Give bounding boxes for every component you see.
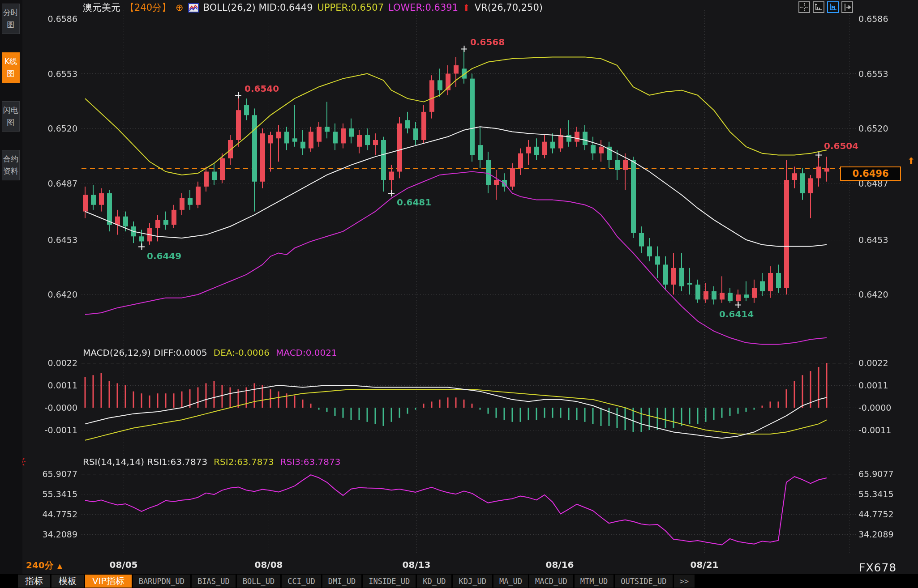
axis-tick-label: 0.0022 [858,358,917,368]
indicator-tab-5[interactable]: BOLL_UD [237,575,281,588]
kline-chart-icon[interactable] [188,3,199,13]
macd-main-label: MACD(26,12,9) DIFF:0.0005 [83,347,207,358]
price-annotation: 0.6540 [245,83,279,94]
axis-tick-label: 0.6453 [858,235,917,245]
macd-header: MACD(26,12,9) DIFF:0.0005 DEA:-0.0006 MA… [83,347,337,358]
chart-header: 澳元美元 【240分】 ⊕ BOLL(26,2) MID:0.6449 UPPE… [83,2,543,13]
axis-tick-label: 0.6553 [19,69,77,79]
price-up-arrow-icon: ⬆ [907,156,915,166]
indicator-tab-11[interactable]: MA_UD [493,575,528,588]
symbol-name: 澳元美元 [83,1,120,14]
indicator-tab-3[interactable]: BARUPDN_UD [133,575,190,588]
axis-tick-label: 65.9077 [19,469,77,479]
axis-tick-label: 65.9077 [858,469,917,479]
indicator-tab-1[interactable]: 模板 [51,575,84,588]
price-annotation: 0.6568 [470,37,505,47]
rsi-header: RSI(14,14,14) RSI1:63.7873 RSI2:63.7873 … [83,456,341,467]
chart-type-sidebar: 分时图K线图闪电图合约资料 [0,0,22,588]
chart-tool-buttons [798,1,853,13]
rsi2-label: RSI2:63.7873 [214,456,274,467]
axis-tick-label: 55.3415 [19,489,77,499]
boll-lower-label: LOWER:0.6391 [388,2,458,13]
axis-tick-label: -0.0000 [19,403,77,413]
indicator-tab-14[interactable]: OUTSIDE_UD [615,575,672,588]
indicator-tab-7[interactable]: DMI_UD [322,575,361,588]
axis-tick-label: 44.7752 [19,509,77,519]
period-text: 240分 [26,560,54,571]
date-tick-label: 08/16 [546,559,574,570]
axis-tick-label: 34.2089 [858,529,917,539]
period-badge[interactable]: 【240分】 [125,1,171,14]
axis-tick-label: 0.6520 [858,124,917,133]
axis-tick-label: -0.0000 [858,403,917,413]
sidebar-item-2[interactable]: 闪电图 [2,101,20,132]
date-tick-label: 08/13 [403,559,431,570]
period-selector[interactable]: 240分▲ [26,559,62,571]
rsi3-label: RSI3:63.7873 [280,456,341,467]
axis-tick-label: 0.6520 [19,124,77,133]
chart-application: 分时图K线图闪电图合约资料 澳元美元 【240分】 ⊕ BOLL(26,2) M… [0,0,918,588]
axis-shift-tool-icon[interactable] [841,1,853,13]
indicator-tab-4[interactable]: BIAS_UD [192,575,236,588]
boll-settings-label: BOLL(26,2) MID:0.6449 [203,2,313,13]
axis-tick-label: -0.0011 [19,425,77,435]
indicator-tab-0[interactable]: 指标 [18,575,50,588]
axis-tick-label: 0.6453 [19,235,77,245]
indicator-tabs: 指标模板VIP指标BARUPDN_UDBIAS_UDBOLL_UDCCI_UDD… [18,575,695,588]
price-chart-canvas[interactable] [0,0,918,588]
axis-tick-label: 0.6586 [19,14,77,24]
axis-tick-label: 0.6553 [858,69,917,79]
indicator-tab-12[interactable]: MACD_UD [529,575,573,588]
price-annotation: 0.6414 [719,309,754,320]
indicator-tab-10[interactable]: KDJ_UD [453,575,492,588]
indicator-tab-8[interactable]: INSIDE_UD [363,575,416,588]
indicator-tab-2[interactable]: VIP指标 [85,575,132,588]
boll-upper-label: UPPER:0.6507 [317,2,384,13]
price-annotation: 0.6449 [147,251,181,261]
axis-tick-label: 0.0022 [19,358,77,368]
price-annotation: 0.6481 [397,197,431,208]
indicator-tab-9[interactable]: KD_UD [417,575,451,588]
watermark-logo: FX678 [859,561,897,574]
indicator-tab-15[interactable]: >> [674,575,695,588]
date-tick-label: 08/08 [255,559,283,570]
axis-scale-tool-icon[interactable] [813,1,824,13]
axis-tick-label: 0.6420 [858,290,917,299]
indicator-tab-6[interactable]: CCI_UD [282,575,321,588]
rsi-main-label: RSI(14,14,14) RSI1:63.7873 [83,456,207,467]
price-annotation: 0.6504 [824,141,858,151]
period-arrow-icon: ▲ [57,562,63,570]
date-tick-label: 08/21 [691,559,719,570]
date-tick-label: 08/05 [110,559,138,570]
axis-tick-label: 0.6420 [19,290,77,299]
axis-tick-label: 44.7752 [858,509,917,519]
axis-tick-label: -0.0011 [858,425,917,435]
axis-tick-label: 0.6487 [19,179,77,188]
axis-tick-label: 55.3415 [858,489,917,499]
axis-tick-label: 0.6586 [858,14,917,24]
axis-tick-label: 34.2089 [19,529,77,539]
play-scale-tool-icon[interactable] [827,1,839,13]
axis-tick-label: 0.0011 [858,380,917,390]
current-price-tag[interactable]: 0.6496 [840,166,901,181]
axis-tick-label: 0.0011 [19,380,77,390]
sidebar-item-1[interactable]: K线图 [2,52,20,83]
sidebar-item-3[interactable]: 合约资料 [2,150,20,180]
crosshair-tool-icon[interactable] [798,1,810,13]
vr-settings-label: VR(26,70,250) [475,2,543,13]
sidebar-item-0[interactable]: 分时图 [2,4,20,34]
macd-value-label: MACD:0.0021 [276,347,337,358]
indicator-toolbar: 指标模板VIP指标BARUPDN_UDBIAS_UDBOLL_UDCCI_UDD… [0,574,918,588]
indicator-tab-13[interactable]: MTM_UD [575,575,613,588]
up-arrow-icon: ⬆ [463,2,470,13]
overlay-add-icon[interactable]: ⊕ [176,2,184,13]
macd-dea-label: DEA:-0.0006 [214,347,270,358]
